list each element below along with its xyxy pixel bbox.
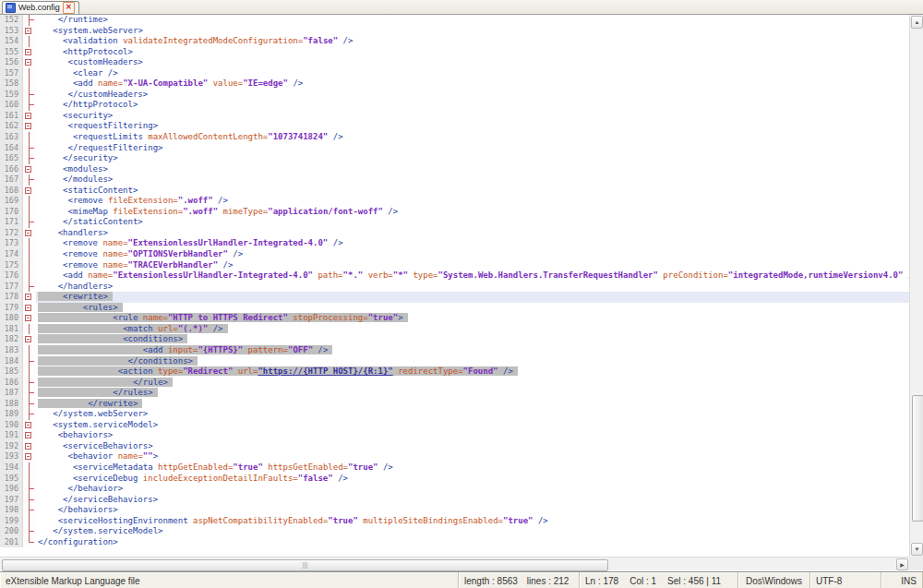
code-line[interactable]: 162 <requestFiltering> xyxy=(0,121,909,132)
line-number[interactable]: 164 xyxy=(0,143,23,154)
line-number[interactable]: 163 xyxy=(0,132,23,143)
code-line[interactable]: 156 <customHeaders> xyxy=(0,57,909,68)
code-line[interactable]: 175 <remove name="TRACEVerbHandler" /> xyxy=(0,260,909,271)
fold-collapse-icon[interactable] xyxy=(23,26,36,37)
code-line[interactable]: 188 </rewrite> xyxy=(0,399,909,410)
line-number[interactable]: 193 xyxy=(0,451,23,462)
line-number[interactable]: 190 xyxy=(0,420,23,431)
line-number[interactable]: 185 xyxy=(0,366,23,378)
line-number[interactable]: 182 xyxy=(0,334,23,345)
fold-collapse-icon[interactable] xyxy=(23,121,36,132)
line-number[interactable]: 166 xyxy=(0,164,23,175)
line-number[interactable]: 154 xyxy=(0,36,23,47)
code-line[interactable]: 187 </rules> xyxy=(0,388,909,399)
line-number[interactable]: 184 xyxy=(0,356,23,367)
fold-collapse-icon[interactable] xyxy=(23,57,36,68)
scroll-right-button[interactable]: ▶ xyxy=(896,558,908,570)
line-number[interactable]: 161 xyxy=(0,111,23,122)
code-line[interactable]: 192 <serviceBehaviors> xyxy=(0,441,909,452)
line-number[interactable]: 178 xyxy=(0,292,23,303)
line-number[interactable]: 160 xyxy=(0,100,23,111)
code-line[interactable]: 161 <security> xyxy=(0,111,909,122)
status-eol-format[interactable]: Dos\Windows xyxy=(738,572,810,588)
line-number[interactable]: 162 xyxy=(0,121,23,132)
code-line[interactable]: 189 </system.webServer> xyxy=(0,409,909,420)
vertical-scrollbar-thumb[interactable] xyxy=(912,395,923,522)
fold-collapse-icon[interactable] xyxy=(23,334,36,345)
fold-collapse-icon[interactable] xyxy=(23,164,36,175)
fold-collapse-icon[interactable] xyxy=(23,228,36,239)
code-line[interactable]: 160 </httpProtocol> xyxy=(0,100,909,111)
code-line[interactable]: 154 <validation validateIntegratedModeCo… xyxy=(0,36,909,47)
code-line[interactable]: 183 <add input="{HTTPS}" pattern="OFF" /… xyxy=(0,345,909,356)
code-line[interactable]: 200 </system.serviceModel> xyxy=(0,526,909,537)
horizontal-scrollbar-thumb[interactable] xyxy=(2,559,608,571)
code-line[interactable]: 196 </behavior> xyxy=(0,484,909,495)
code-line[interactable]: 155 <httpProtocol> xyxy=(0,47,909,58)
code-line[interactable]: 173 <remove name="ExtensionlessUrlHandle… xyxy=(0,238,909,249)
horizontal-scrollbar[interactable]: ▶ xyxy=(0,557,909,570)
line-number[interactable]: 170 xyxy=(0,207,23,218)
line-number[interactable]: 153 xyxy=(0,26,23,37)
line-number[interactable]: 186 xyxy=(0,378,23,389)
code-line[interactable]: 177 </handlers> xyxy=(0,282,909,293)
code-line[interactable]: 179 <rules> xyxy=(0,303,909,314)
code-line[interactable]: 159 </customHeaders> xyxy=(0,90,909,101)
line-number[interactable]: 197 xyxy=(0,495,23,506)
code-line[interactable]: 182 <conditions> xyxy=(0,334,909,345)
line-number[interactable]: 187 xyxy=(0,388,23,399)
line-number[interactable]: 173 xyxy=(0,238,23,249)
fold-collapse-icon[interactable] xyxy=(23,441,36,452)
code-line[interactable]: 164 </requestFiltering> xyxy=(0,143,909,154)
line-number[interactable]: 194 xyxy=(0,462,23,474)
line-number[interactable]: 169 xyxy=(0,196,23,207)
code-line[interactable]: 153 <system.webServer> xyxy=(0,26,909,37)
fold-collapse-icon[interactable] xyxy=(23,420,36,431)
fold-collapse-icon[interactable] xyxy=(23,47,36,58)
line-number[interactable]: 156 xyxy=(0,57,23,68)
tab-close-icon[interactable]: ✕ xyxy=(63,2,75,14)
fold-collapse-icon[interactable] xyxy=(23,111,36,122)
fold-collapse-icon[interactable] xyxy=(23,303,36,314)
line-number[interactable]: 201 xyxy=(0,537,23,548)
line-number[interactable]: 159 xyxy=(0,90,23,101)
line-number[interactable]: 167 xyxy=(0,174,23,186)
line-number[interactable]: 175 xyxy=(0,260,23,271)
code-line[interactable]: 191 <behaviors> xyxy=(0,430,909,441)
line-number[interactable]: 192 xyxy=(0,441,23,452)
code-line[interactable]: 167 </modules> xyxy=(0,174,909,186)
code-line[interactable]: 174 <remove name="OPTIONSVerbHandler" /> xyxy=(0,249,909,260)
code-line[interactable]: 194 <serviceMetadata httpGetEnabled="tru… xyxy=(0,462,909,474)
line-number[interactable]: 195 xyxy=(0,474,23,485)
code-line[interactable]: 178 <rewrite> xyxy=(0,292,909,303)
code-editor[interactable]: 152 </runtime>153 <system.webServer>154 … xyxy=(0,15,909,557)
line-number[interactable]: 155 xyxy=(0,47,23,58)
code-line[interactable]: 184 </conditions> xyxy=(0,356,909,367)
code-line[interactable]: 201</configuration> xyxy=(0,537,909,548)
line-number[interactable]: 179 xyxy=(0,303,23,314)
line-number[interactable]: 157 xyxy=(0,68,23,79)
line-number[interactable]: 152 xyxy=(0,15,23,26)
code-line[interactable]: 157 <clear /> xyxy=(0,68,909,79)
line-number[interactable]: 158 xyxy=(0,78,23,90)
line-number[interactable]: 200 xyxy=(0,526,23,537)
code-line[interactable]: 180 <rule name="HTTP to HTTPS Redirect" … xyxy=(0,313,909,324)
line-number[interactable]: 191 xyxy=(0,430,23,441)
code-line[interactable]: 185 <action type="Redirect" url="https:/… xyxy=(0,366,909,378)
line-number[interactable]: 198 xyxy=(0,505,23,516)
code-line[interactable]: 165 </security> xyxy=(0,153,909,164)
line-number[interactable]: 176 xyxy=(0,270,23,282)
line-number[interactable]: 171 xyxy=(0,217,23,228)
scroll-up-button[interactable]: ▲ xyxy=(911,16,923,29)
fold-collapse-icon[interactable] xyxy=(23,313,36,324)
line-number[interactable]: 196 xyxy=(0,484,23,495)
code-line[interactable]: 158 <add name="X-UA-Compatible" value="I… xyxy=(0,78,909,90)
code-line[interactable]: 181 <match url="(.*)" /> xyxy=(0,324,909,335)
fold-collapse-icon[interactable] xyxy=(23,430,36,441)
status-insert-mode[interactable]: INS xyxy=(881,572,923,588)
code-line[interactable]: 193 <behavior name=""> xyxy=(0,451,909,462)
line-number[interactable]: 177 xyxy=(0,282,23,293)
code-line[interactable]: 169 <remove fileExtension=".woff" /> xyxy=(0,196,909,207)
fold-collapse-icon[interactable] xyxy=(23,186,36,197)
line-number[interactable]: 180 xyxy=(0,313,23,324)
